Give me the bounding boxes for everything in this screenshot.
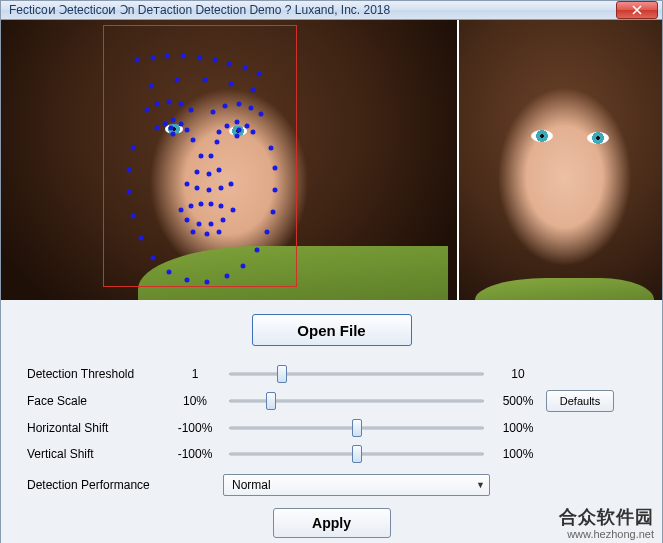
slider-thumb[interactable] bbox=[266, 392, 276, 410]
landmark-point bbox=[237, 102, 242, 107]
landmark-point bbox=[225, 124, 230, 129]
landmark-point bbox=[199, 202, 204, 207]
landmark-point bbox=[245, 124, 250, 129]
apply-button[interactable]: Apply bbox=[273, 508, 391, 538]
open-file-button[interactable]: Open File bbox=[252, 314, 412, 346]
landmark-point bbox=[205, 232, 210, 237]
landmark-point bbox=[243, 66, 248, 71]
landmark-point bbox=[185, 218, 190, 223]
landmark-point bbox=[195, 170, 200, 175]
landmark-point bbox=[227, 62, 232, 67]
titlebar[interactable]: Fecticoᴎ Ɔetecticoᴎ Ɔn Deᴛaction Detecti… bbox=[1, 1, 662, 20]
vshift-min: -100% bbox=[171, 447, 219, 461]
landmark-point bbox=[209, 154, 214, 159]
landmark-point bbox=[131, 214, 136, 219]
landmark-point bbox=[217, 168, 222, 173]
landmark-point bbox=[165, 54, 170, 59]
landmark-point bbox=[211, 110, 216, 115]
landmark-point bbox=[185, 278, 190, 283]
landmark-point bbox=[229, 182, 234, 187]
facescale-slider[interactable] bbox=[223, 391, 490, 411]
hshift-label: Horizontal Shift bbox=[27, 421, 167, 435]
performance-label: Detection Performance bbox=[27, 478, 167, 492]
landmark-point bbox=[207, 172, 212, 177]
landmark-point bbox=[195, 186, 200, 191]
landmark-point bbox=[181, 54, 186, 59]
landmark-point bbox=[251, 88, 256, 93]
cropped-face-image bbox=[459, 20, 662, 300]
landmark-point bbox=[155, 126, 160, 131]
landmark-point bbox=[151, 256, 156, 261]
params-grid: Detection Threshold 1 10 Face Scale 10% … bbox=[27, 364, 636, 464]
landmark-point bbox=[191, 138, 196, 143]
images-row bbox=[1, 20, 662, 300]
hshift-min: -100% bbox=[171, 421, 219, 435]
landmark-point bbox=[171, 118, 176, 123]
landmark-point bbox=[259, 112, 264, 117]
landmark-point bbox=[217, 230, 222, 235]
performance-combobox[interactable]: Normal ▼ bbox=[223, 474, 490, 496]
vshift-max: 100% bbox=[494, 447, 542, 461]
landmark-point bbox=[189, 108, 194, 113]
landmark-point bbox=[127, 190, 132, 195]
landmark-point bbox=[179, 102, 184, 107]
landmark-point bbox=[185, 128, 190, 133]
landmark-point bbox=[273, 188, 278, 193]
slider-thumb[interactable] bbox=[352, 445, 362, 463]
hshift-slider[interactable] bbox=[223, 418, 490, 438]
photo-placeholder bbox=[459, 20, 662, 300]
landmark-point bbox=[215, 140, 220, 145]
landmark-point bbox=[199, 154, 204, 159]
landmark-point bbox=[149, 84, 154, 89]
landmark-point bbox=[197, 222, 202, 227]
landmark-point bbox=[131, 146, 136, 151]
landmark-point bbox=[217, 130, 222, 135]
landmark-point bbox=[198, 56, 203, 61]
hshift-max: 100% bbox=[494, 421, 542, 435]
window-title: Fecticoᴎ Ɔetecticoᴎ Ɔn Deᴛaction Detecti… bbox=[9, 3, 616, 17]
landmark-point bbox=[219, 204, 224, 209]
controls-panel: Open File Detection Threshold 1 10 Face … bbox=[1, 300, 662, 543]
landmark-point bbox=[189, 204, 194, 209]
landmark-point bbox=[257, 72, 262, 77]
landmark-point bbox=[235, 134, 240, 139]
landmark-point bbox=[225, 274, 230, 279]
landmark-point bbox=[265, 230, 270, 235]
photo-eye bbox=[531, 130, 553, 142]
landmark-point bbox=[269, 146, 274, 151]
client-area: Open File Detection Threshold 1 10 Face … bbox=[1, 20, 662, 543]
landmark-point bbox=[273, 166, 278, 171]
landmark-point bbox=[127, 168, 132, 173]
landmark-point bbox=[163, 122, 168, 127]
landmark-point bbox=[185, 182, 190, 187]
defaults-button[interactable]: Defaults bbox=[546, 390, 614, 412]
photo-eye bbox=[587, 132, 609, 144]
facescale-min: 10% bbox=[171, 394, 219, 408]
slider-track bbox=[229, 373, 484, 376]
landmark-point bbox=[271, 210, 276, 215]
landmark-point bbox=[171, 132, 176, 137]
vshift-slider[interactable] bbox=[223, 444, 490, 464]
landmark-point bbox=[209, 202, 214, 207]
landmark-point bbox=[203, 78, 208, 83]
landmark-point bbox=[213, 58, 218, 63]
landmark-point bbox=[191, 230, 196, 235]
landmark-point bbox=[179, 208, 184, 213]
performance-row: Detection Performance Normal ▼ bbox=[27, 474, 636, 496]
landmark-point bbox=[235, 120, 240, 125]
slider-thumb[interactable] bbox=[277, 365, 287, 383]
landmark-point bbox=[255, 248, 260, 253]
slider-thumb[interactable] bbox=[352, 419, 362, 437]
chevron-down-icon: ▼ bbox=[476, 480, 485, 490]
landmark-point bbox=[221, 218, 226, 223]
landmark-point bbox=[251, 130, 256, 135]
landmark-point bbox=[209, 222, 214, 227]
landmark-point bbox=[237, 128, 242, 133]
landmark-point bbox=[207, 188, 212, 193]
main-image bbox=[1, 20, 459, 300]
threshold-slider[interactable] bbox=[223, 364, 490, 384]
landmark-point bbox=[169, 126, 174, 131]
landmark-point bbox=[229, 82, 234, 87]
performance-value: Normal bbox=[232, 478, 271, 492]
close-button[interactable] bbox=[616, 1, 658, 19]
